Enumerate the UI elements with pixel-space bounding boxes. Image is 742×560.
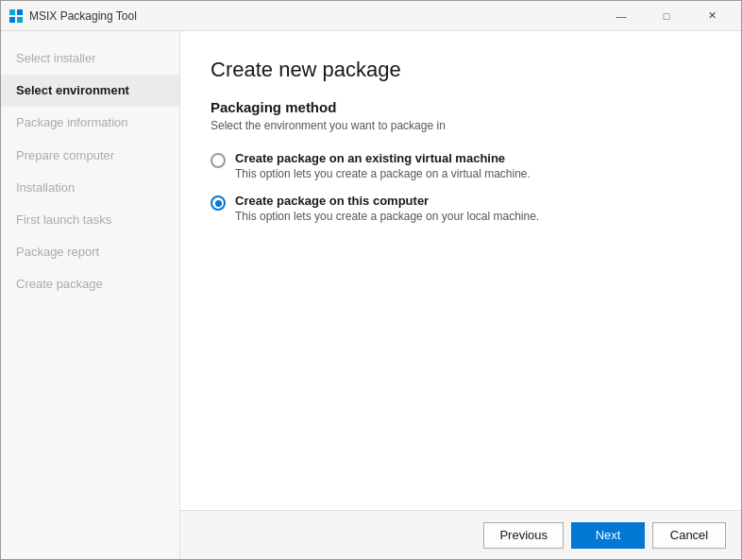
next-button[interactable]: Next bbox=[571, 522, 645, 549]
svg-rect-0 bbox=[9, 9, 15, 15]
section-subtitle: Select the environment you want to packa… bbox=[211, 119, 711, 132]
sidebar-item-select-installer[interactable]: Select installer bbox=[1, 42, 179, 75]
window-controls: — □ ✕ bbox=[599, 1, 734, 31]
cancel-button[interactable]: Cancel bbox=[652, 522, 726, 549]
minimize-button[interactable]: — bbox=[599, 1, 643, 31]
svg-rect-1 bbox=[17, 9, 23, 15]
app-icon bbox=[8, 8, 24, 24]
radio-vm[interactable] bbox=[211, 153, 226, 168]
option-virtual-machine[interactable]: Create package on an existing virtual ma… bbox=[211, 151, 711, 180]
options-list: Create package on an existing virtual ma… bbox=[211, 151, 711, 223]
option-vm-desc: This option lets you create a package on… bbox=[235, 167, 531, 180]
radio-local[interactable] bbox=[211, 195, 226, 211]
main-panel: Create new package Packaging method Sele… bbox=[180, 31, 741, 559]
content-area: Select installerSelect environmentPackag… bbox=[1, 31, 741, 559]
sidebar-item-first-launch-tasks[interactable]: First launch tasks bbox=[1, 204, 179, 236]
footer: Previous Next Cancel bbox=[180, 510, 741, 559]
option-vm-text: Create package on an existing virtual ma… bbox=[235, 151, 531, 180]
close-button[interactable]: ✕ bbox=[690, 1, 734, 31]
option-local-label: Create package on this computer bbox=[235, 194, 539, 208]
page-title: Create new package bbox=[211, 58, 711, 82]
option-this-computer[interactable]: Create package on this computer This opt… bbox=[211, 194, 711, 223]
option-vm-label: Create package on an existing virtual ma… bbox=[235, 151, 531, 165]
sidebar-item-installation[interactable]: Installation bbox=[1, 172, 179, 204]
titlebar: MSIX Packaging Tool — □ ✕ bbox=[1, 1, 741, 31]
previous-button[interactable]: Previous bbox=[483, 522, 564, 549]
option-local-text: Create package on this computer This opt… bbox=[235, 194, 539, 223]
sidebar-item-select-environment: Select environment bbox=[1, 75, 179, 107]
sidebar: Select installerSelect environmentPackag… bbox=[1, 31, 180, 559]
main-window: MSIX Packaging Tool — □ ✕ Select install… bbox=[0, 0, 742, 560]
sidebar-item-package-information[interactable]: Package information bbox=[1, 107, 179, 139]
sidebar-item-create-package[interactable]: Create package bbox=[1, 268, 179, 300]
option-local-desc: This option lets you create a package on… bbox=[235, 210, 539, 223]
sidebar-item-package-report[interactable]: Package report bbox=[1, 236, 179, 268]
svg-rect-3 bbox=[17, 17, 23, 23]
main-content: Create new package Packaging method Sele… bbox=[180, 31, 741, 510]
maximize-button[interactable]: □ bbox=[645, 1, 688, 31]
sidebar-item-prepare-computer[interactable]: Prepare computer bbox=[1, 140, 179, 172]
radio-local-dot bbox=[215, 200, 222, 207]
svg-rect-2 bbox=[9, 17, 15, 23]
window-title: MSIX Packaging Tool bbox=[29, 9, 599, 23]
section-title: Packaging method bbox=[211, 99, 711, 115]
